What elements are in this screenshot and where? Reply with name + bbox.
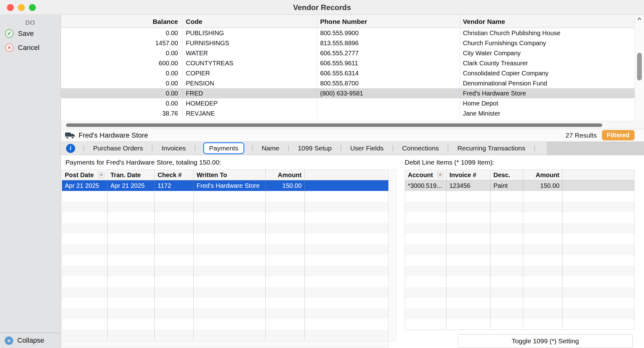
debit-empty-cell <box>523 223 562 234</box>
tab-recurring-transactions[interactable]: Recurring Transactions <box>456 143 527 153</box>
tab-drag-handle-icon: ⋮ <box>385 144 401 152</box>
vendor-horizontal-scrollbar[interactable] <box>61 121 644 129</box>
vendor-cell: 0.00 <box>61 78 182 88</box>
toggle-1099-button[interactable]: Toggle 1099 (*) Setting <box>458 334 633 348</box>
payments-empty-cell <box>154 234 193 244</box>
debit-cell: 123456 <box>446 180 490 191</box>
debit-row[interactable]: *3000.519...123456Paint150.00 <box>405 180 634 191</box>
debit-empty-cell <box>490 212 523 223</box>
debit-column-header[interactable]: Desc. <box>490 170 523 180</box>
sort-ascending-indicator[interactable]: ^ <box>98 172 104 178</box>
debit-column-header[interactable]: Amount <box>523 170 562 180</box>
vendor-row[interactable]: 0.00WATER606.555.2777City Water Company <box>61 48 635 58</box>
payments-vertical-scrollbar[interactable] <box>389 170 396 341</box>
payments-column-header[interactable]: Amount <box>265 170 304 180</box>
payments-column-header[interactable]: Post Date^ <box>62 170 107 180</box>
debit-column-header[interactable]: Account^ <box>405 170 446 180</box>
collapse-button[interactable]: « Collapse <box>0 333 60 348</box>
vendor-column-header[interactable]: Vendor Name <box>459 15 635 28</box>
vendor-row[interactable]: 1457.00FURNISHINGS813.555.8896Church Fur… <box>61 38 635 48</box>
payments-row[interactable]: Apr 21 2025Apr 21 20251172Fred's Hardwar… <box>62 180 388 191</box>
vendor-row[interactable]: 600.00COUNTYTREAS606.555.9611Clark Count… <box>61 58 635 68</box>
vendor-row[interactable]: 0.00FRED(800) 633-9581Fred's Hardware St… <box>61 88 635 98</box>
vendor-column-header[interactable]: Balance <box>61 15 182 28</box>
cancel-button[interactable]: × Cancel <box>0 41 60 55</box>
vendor-cell: WATER <box>182 48 317 58</box>
vendor-row[interactable]: 0.00COPIER606.555.6314Consolidated Copie… <box>61 68 635 78</box>
payments-empty-cell <box>154 255 193 266</box>
payments-cell: 150.00 <box>265 180 304 191</box>
debit-empty-cell <box>405 202 446 212</box>
payments-empty-cell <box>107 255 154 266</box>
filtered-badge[interactable]: Filtered <box>602 130 635 140</box>
payments-empty-cell <box>304 330 388 340</box>
payments-empty-cell <box>265 244 304 255</box>
close-window-button[interactable] <box>7 4 14 11</box>
payments-empty-cell <box>304 266 388 276</box>
payments-empty-cell <box>265 319 304 330</box>
payments-empty-row <box>62 223 388 234</box>
tab-payments[interactable]: Payments <box>203 142 244 154</box>
payments-empty-cell <box>304 287 388 298</box>
vendor-horizontal-scrollbar-thumb[interactable] <box>66 123 602 127</box>
save-check-icon: ✓ <box>5 29 14 38</box>
payments-empty-cell <box>265 266 304 276</box>
payments-column-header[interactable]: Written To <box>193 170 265 180</box>
debit-empty-cell <box>446 298 490 308</box>
tab-invoices[interactable]: Invoices <box>160 143 187 153</box>
tab-name[interactable]: Name <box>260 143 280 153</box>
tab-purchase-orders[interactable]: Purchase Orders <box>92 143 144 153</box>
payments-empty-cell <box>193 202 265 212</box>
save-button[interactable]: ✓ Save <box>0 26 60 41</box>
payments-empty-row <box>62 319 388 330</box>
debit-empty-cell <box>523 266 562 276</box>
vendor-row[interactable]: 0.00PENSION800.555.8700Denominational Pe… <box>61 78 635 88</box>
debit-empty-row <box>405 244 634 255</box>
payments-column-header[interactable]: Tran. Date <box>107 170 154 180</box>
tab-user-fields[interactable]: User Fields <box>349 143 385 153</box>
payments-empty-cell <box>154 276 193 287</box>
debit-column-label: Amount <box>536 170 559 180</box>
debit-empty-cell <box>446 244 490 255</box>
vendor-vertical-scrollbar-thumb[interactable] <box>637 53 642 80</box>
vendor-column-header[interactable]: Phone Number <box>317 15 459 28</box>
payments-horizontal-scrollbar[interactable] <box>62 341 389 347</box>
tab-1099-setup[interactable]: 1099 Setup <box>297 143 333 153</box>
vendor-vertical-scrollbar[interactable]: ^ <box>635 15 644 121</box>
sidebar-do-header: DO <box>0 19 60 26</box>
debit-empty-cell <box>490 319 523 330</box>
payments-empty-cell <box>107 266 154 276</box>
payments-empty-cell <box>154 298 193 308</box>
payments-empty-cell <box>193 330 265 340</box>
scroll-up-arrow-icon[interactable]: ^ <box>635 16 644 23</box>
debit-empty-cell <box>523 212 562 223</box>
vendor-row[interactable]: 38.76REVJANEJane Minister <box>61 108 635 118</box>
debit-empty-row <box>405 276 634 287</box>
payments-empty-row <box>62 191 388 202</box>
payments-empty-cell <box>265 223 304 234</box>
info-icon[interactable]: i <box>66 144 75 153</box>
payments-cell: 1172 <box>154 180 193 191</box>
debit-column-header[interactable]: Invoice # <box>446 170 490 180</box>
payments-table: Post Date^Tran. DateCheck #Written ToAmo… <box>62 170 389 341</box>
debit-cell: Paint <box>490 180 523 191</box>
payments-empty-cell <box>154 202 193 212</box>
payments-empty-cell <box>62 266 107 276</box>
debit-empty-row <box>405 266 634 276</box>
payments-empty-row <box>62 308 388 319</box>
payments-empty-cell <box>154 308 193 319</box>
payments-empty-cell <box>107 298 154 308</box>
debit-empty-row <box>405 308 634 319</box>
sort-ascending-indicator[interactable]: ^ <box>437 172 443 178</box>
tab-connections[interactable]: Connections <box>401 143 440 153</box>
payments-empty-cell <box>304 223 388 234</box>
payments-empty-cell <box>62 244 107 255</box>
vendor-row[interactable]: 0.00PUBLISHING800.555.9900Christian Chur… <box>61 28 635 38</box>
zoom-window-button[interactable] <box>29 4 36 11</box>
vendor-row[interactable]: 0.00HOMEDEPHome Depot <box>61 98 635 108</box>
debit-column-label: Account <box>408 170 433 180</box>
vendor-column-header[interactable]: Code <box>182 15 317 28</box>
payments-column-header-empty <box>304 170 388 180</box>
minimize-window-button[interactable] <box>18 4 25 11</box>
payments-column-header[interactable]: Check # <box>154 170 193 180</box>
